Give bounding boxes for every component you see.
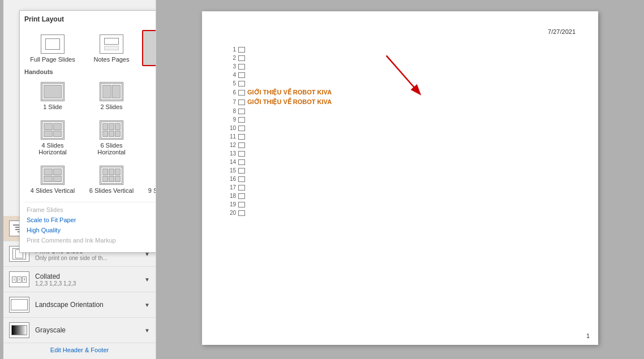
handout-4v-icon <box>41 166 65 185</box>
full-page-slides-option[interactable]: Full Page Slides <box>24 30 81 66</box>
handout-9v[interactable]: 9 Slides Vertical <box>142 161 156 197</box>
outline-slide-mini-icon <box>238 47 245 53</box>
outline-slide-mini-icon <box>238 126 245 131</box>
outline-row-num: 5 <box>225 80 236 86</box>
grayscale-arrow: ▼ <box>144 327 150 334</box>
handout-3-slides[interactable]: 3 Slides <box>142 77 156 114</box>
notes-mini-icon <box>104 38 119 50</box>
outline-row-num: 15 <box>225 167 236 174</box>
handout-9h-label: 9 Slides Horizontal <box>145 142 156 155</box>
outline-row-num: 10 <box>225 125 236 131</box>
outline-row: 18 <box>225 193 576 199</box>
outline-slide-mini-icon <box>238 202 245 207</box>
outline-row-num: 19 <box>225 201 236 207</box>
notes-pages-label: Notes Pages <box>94 56 130 63</box>
full-slide-mini <box>45 38 60 50</box>
page-date: 7/27/2021 <box>225 28 576 35</box>
popup-title: Print Layout <box>24 15 156 25</box>
outline-option[interactable]: Outline <box>142 30 156 66</box>
notes-pages-option[interactable]: Notes Pages <box>83 30 140 66</box>
outline-slide-mini-icon <box>238 134 245 140</box>
handout-1-icon <box>41 82 65 101</box>
high-quality-option[interactable]: High Quality <box>24 225 156 235</box>
outline-row: 16 <box>225 176 576 182</box>
outline-row-num: 8 <box>225 108 236 114</box>
options-section: Frame Slides Scale to Fit Paper High Qua… <box>24 202 156 245</box>
page-preview: 7/27/2021 123456GIỚI THIỆU VỀ ROBOT KIVA… <box>202 11 598 345</box>
outline-row-num: 12 <box>225 142 236 148</box>
outline-slide-mini-icon <box>238 64 245 70</box>
outline-slide-mini-icon <box>238 81 245 86</box>
grayscale-item[interactable]: Grayscale ▼ <box>3 318 156 343</box>
handouts-row-2: 4 Slides Horizontal 6 Slides Horizontal <box>24 116 156 159</box>
outline-row: 1 <box>225 46 576 53</box>
outline-row: 7GIỚI THIỆU VỀ ROBOT KIVA <box>225 98 576 106</box>
landscape-title: Landscape Orientation <box>35 301 142 309</box>
handout-6h-label: 6 Slides Horizontal <box>87 142 136 155</box>
handout-6v-label: 6 Slides Vertical <box>89 187 134 194</box>
handouts-row-1: 1 Slide 2 Slides <box>24 77 156 114</box>
main-content: 7/27/2021 123456GIỚI THIỆU VỀ ROBOT KIVA… <box>156 0 644 359</box>
outline-row-num: 20 <box>225 210 236 216</box>
outline-slide-mini-icon <box>238 90 245 96</box>
outline-row-num: 9 <box>225 116 236 123</box>
handout-9h[interactable]: 9 Slides Horizontal <box>142 116 156 159</box>
landscape-arrow: ▼ <box>144 302 150 308</box>
landscape-text: Landscape Orientation <box>35 301 142 309</box>
handout-6h-icon <box>100 120 123 140</box>
collated-item[interactable]: 1 2 3 Collated 1,2,3 1,2,3 1,2,3 ▼ <box>3 267 156 292</box>
handouts-row-3: 4 Slides Vertical 6 Slides Vertical <box>24 161 156 197</box>
outline-row-num: 4 <box>225 72 236 78</box>
outline-slide-mini-icon <box>238 151 245 157</box>
outline-slide-mini-icon <box>238 210 245 216</box>
handout-4v-label: 4 Slides Vertical <box>31 187 75 194</box>
outline-row: 2 <box>225 55 576 61</box>
handout-2-slides[interactable]: 2 Slides <box>83 77 140 114</box>
handout-4v[interactable]: 4 Slides Vertical <box>24 161 81 197</box>
outline-row-num: 17 <box>225 184 236 191</box>
outline-slide-mini-icon <box>238 55 245 61</box>
outline-slide-mini-icon <box>238 117 245 123</box>
print-comments-option[interactable]: Print Comments and Ink Markup <box>24 235 156 245</box>
outline-slide-mini-icon <box>238 185 245 191</box>
outline-row: 5 <box>225 80 576 86</box>
outline-row-num: 14 <box>225 159 236 165</box>
outline-slide-mini-icon <box>238 159 245 165</box>
outline-row-num: 7 <box>225 99 236 105</box>
outline-row-text: GIỚI THIỆU VỀ ROBOT KIVA <box>247 98 332 106</box>
print-layout-popup: Print Layout Full Page Slides Notes Page… <box>19 10 156 253</box>
handout-4h[interactable]: 4 Slides Horizontal <box>24 116 81 159</box>
scale-to-fit-option[interactable]: Scale to Fit Paper <box>24 215 156 225</box>
outline-slide-mini-icon <box>238 168 245 174</box>
outline-row: 14 <box>225 159 576 165</box>
outline-row-num: 3 <box>225 63 236 70</box>
outline-row-num: 16 <box>225 176 236 182</box>
handout-9v-label: 9 Slides Vertical <box>148 187 156 194</box>
handout-6v[interactable]: 6 Slides Vertical <box>83 161 140 197</box>
handout-6h[interactable]: 6 Slides Horizontal <box>83 116 140 159</box>
grayscale-icon <box>9 322 29 338</box>
outline-row-num: 13 <box>225 150 236 157</box>
collated-icon: 1 2 3 <box>9 271 29 287</box>
outline-row: 6GIỚI THIỆU VỀ ROBOT KIVA <box>225 89 576 96</box>
sidebar: Print Layout Full Page Slides Notes Page… <box>3 0 156 359</box>
outline-row: 11 <box>225 133 576 140</box>
edit-header-footer-link[interactable]: Edit Header & Footer <box>3 343 156 357</box>
main-layout-row: Full Page Slides Notes Pages <box>24 30 156 66</box>
frame-slides-option[interactable]: Frame Slides <box>24 205 156 215</box>
collated-subtitle: 1,2,3 1,2,3 1,2,3 <box>35 280 142 287</box>
handout-4h-icon <box>41 120 65 140</box>
landscape-item[interactable]: Landscape Orientation ▼ <box>3 292 156 318</box>
outline-row-text: GIỚI THIỆU VỀ ROBOT KIVA <box>247 89 332 96</box>
grayscale-text: Grayscale <box>35 326 142 334</box>
outline-row: 19 <box>225 201 576 207</box>
handout-1-slide[interactable]: 1 Slide <box>24 77 81 114</box>
full-page-slides-icon <box>41 34 65 54</box>
outline-slide-mini-icon <box>238 72 245 78</box>
outline-row: 9 <box>225 116 576 123</box>
collated-text: Collated 1,2,3 1,2,3 1,2,3 <box>35 273 142 287</box>
outline-row-num: 18 <box>225 193 236 199</box>
outline-row: 8 <box>225 108 576 114</box>
landscape-icon <box>9 297 29 313</box>
handout-6v-icon <box>100 166 123 185</box>
